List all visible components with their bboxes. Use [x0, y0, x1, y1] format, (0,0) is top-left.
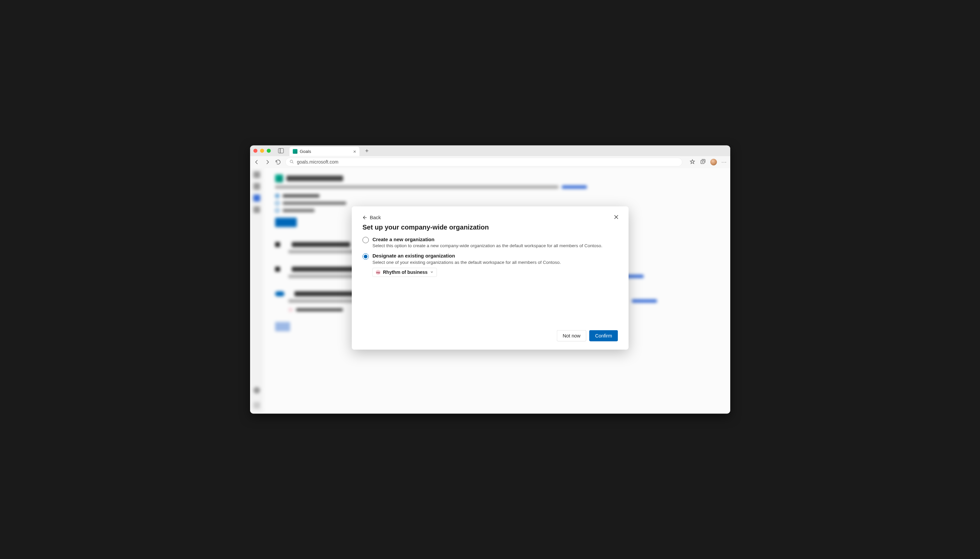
tab-favicon-icon: [293, 149, 297, 154]
url-box[interactable]: [285, 157, 682, 166]
more-menu-icon[interactable]: ···: [721, 159, 726, 165]
org-picker-dropdown[interactable]: RB Rhythm of business: [373, 268, 437, 277]
tab-title: Goals: [300, 149, 351, 154]
new-tab-button[interactable]: +: [365, 147, 369, 154]
back-label: Back: [370, 215, 381, 220]
modal-footer: Not now Confirm: [362, 330, 618, 341]
modal-title: Set up your company-wide organization: [362, 223, 618, 231]
tab-close-icon[interactable]: ×: [353, 149, 356, 154]
not-now-button[interactable]: Not now: [557, 330, 586, 341]
close-icon: [613, 214, 619, 220]
page-content: Back Set up your company-wide organizati…: [250, 168, 730, 414]
setup-org-modal: Back Set up your company-wide organizati…: [352, 207, 628, 350]
close-window-button[interactable]: [254, 149, 257, 152]
option-desc: Select one of your existing organization…: [373, 260, 618, 265]
window-controls: [254, 149, 271, 152]
url-input[interactable]: [297, 159, 675, 165]
svg-point-0: [290, 160, 293, 162]
modal-back-button[interactable]: Back: [362, 215, 618, 220]
confirm-button[interactable]: Confirm: [589, 330, 618, 341]
option-designate-existing[interactable]: Designate an existing organization Selec…: [362, 253, 618, 277]
forward-button[interactable]: [264, 159, 271, 165]
option-label: Create a new organization: [373, 237, 618, 242]
profile-avatar[interactable]: [710, 159, 716, 165]
modal-overlay: Back Set up your company-wide organizati…: [250, 168, 730, 414]
address-bar: ···: [250, 156, 730, 168]
option-desc: Select this option to create a new compa…: [373, 243, 618, 248]
maximize-window-button[interactable]: [267, 149, 271, 152]
back-button[interactable]: [254, 159, 260, 165]
browser-window: Goals × +: [250, 146, 730, 414]
minimize-window-button[interactable]: [260, 149, 264, 152]
arrow-left-icon: [362, 215, 368, 220]
browser-tab[interactable]: Goals ×: [289, 147, 360, 156]
toolbar-right: ···: [689, 159, 726, 165]
modal-close-button[interactable]: [613, 214, 619, 221]
titlebar: Goals × +: [250, 146, 730, 156]
favorites-icon[interactable]: [689, 159, 695, 165]
chevron-down-icon: [430, 270, 433, 275]
collections-icon[interactable]: [700, 159, 705, 165]
radio-create-new[interactable]: [362, 237, 369, 243]
option-label: Designate an existing organization: [373, 253, 618, 259]
org-name: Rhythm of business: [383, 270, 428, 275]
search-icon: [289, 160, 294, 165]
refresh-button[interactable]: [275, 159, 282, 165]
tab-overview-icon[interactable]: [278, 148, 284, 153]
radio-designate-existing[interactable]: [362, 253, 369, 260]
option-create-new[interactable]: Create a new organization Select this op…: [362, 237, 618, 248]
org-badge: RB: [375, 270, 380, 275]
